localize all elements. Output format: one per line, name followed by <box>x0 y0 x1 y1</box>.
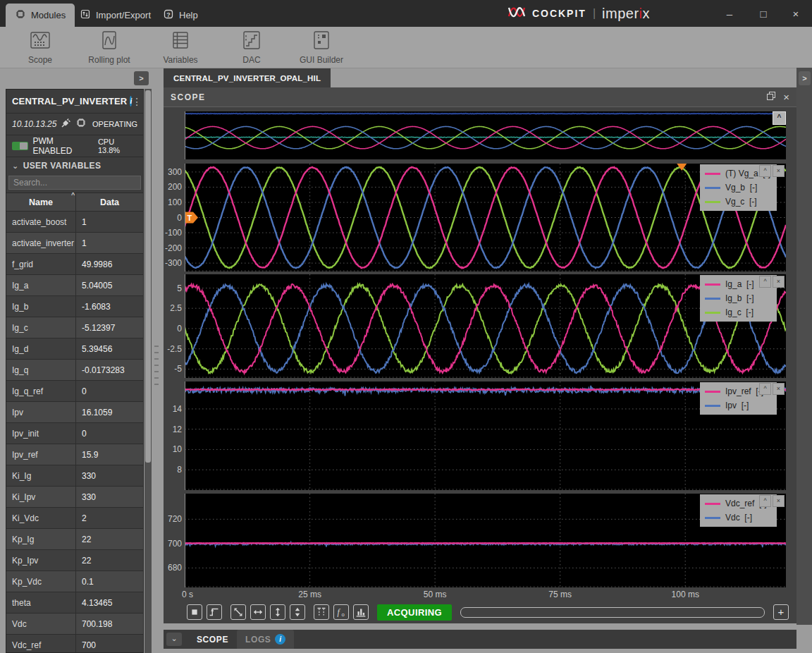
column-header-name[interactable]: Name <box>6 193 76 211</box>
variable-row-Ipv_ref[interactable]: Ipv_ref15.9 <box>6 444 143 465</box>
autoscale-button[interactable] <box>230 604 246 620</box>
scope-plot-ipv[interactable]: Ipv_ref [-]Ipv [-]^× <box>185 382 786 490</box>
plot-close-button[interactable]: × <box>773 495 785 507</box>
pwm-toggle[interactable] <box>12 142 28 150</box>
variable-row-Ki_Ig[interactable]: Ki_Ig330 <box>6 465 143 487</box>
right-panel-expand-button[interactable]: > <box>799 71 811 85</box>
variable-value[interactable]: 330 <box>76 465 143 486</box>
variable-row-Ki_Vdc[interactable]: Ki_Vdc2 <box>6 508 143 529</box>
overview-collapse-button[interactable]: ^ <box>773 111 786 125</box>
variable-value[interactable]: 0 <box>76 381 143 401</box>
histogram-button[interactable] <box>353 604 369 620</box>
minimize-button[interactable]: – <box>718 0 742 27</box>
variables-table-header[interactable]: ^ Name Data <box>6 193 143 212</box>
variable-value[interactable]: 1 <box>76 233 143 253</box>
fit-horizontal-button[interactable] <box>250 604 266 620</box>
variable-row-theta[interactable]: theta4.13465 <box>6 592 143 614</box>
module-variables[interactable]: Variables <box>148 30 213 65</box>
variable-row-Ig_c[interactable]: Ig_c-5.12397 <box>6 317 143 338</box>
legend-item[interactable]: Vg_c [-] <box>705 195 773 209</box>
variable-value[interactable]: 15.9 <box>76 444 143 465</box>
maximize-button[interactable]: □ <box>751 0 775 27</box>
variable-value[interactable]: 22 <box>76 529 143 549</box>
splitter-handle[interactable] <box>154 346 159 386</box>
variable-row-activate_boost[interactable]: activate_boost1 <box>6 212 143 233</box>
variable-value[interactable]: 0.1 <box>76 571 143 592</box>
add-plot-button[interactable]: + <box>773 604 789 620</box>
plot-collapse-button[interactable]: ^ <box>759 165 771 177</box>
menu-tab-modules[interactable]: Modules <box>6 4 75 27</box>
legend-item[interactable]: Vg_b [-] <box>705 181 773 195</box>
scope-plot-ig[interactable]: Ig_a [-]Ig_b [-]Ig_c [-]^× <box>185 274 786 378</box>
plot-collapse-button[interactable]: ^ <box>759 276 771 288</box>
close-button[interactable]: × <box>784 0 808 27</box>
scope-plot-vg[interactable]: T(T) Vg_a [-]Vg_b [-]Vg_c [-]^× <box>185 164 786 271</box>
column-header-data[interactable]: Data <box>76 193 143 211</box>
variable-row-Ki_Ipv[interactable]: Ki_Ipv330 <box>6 487 143 508</box>
time-scrollbar[interactable] <box>460 607 765 618</box>
plot-collapse-button[interactable]: ^ <box>759 495 771 507</box>
variable-value[interactable]: -5.12397 <box>76 317 143 338</box>
variable-row-Ig_q[interactable]: Ig_q-0.0173283 <box>6 360 143 381</box>
variable-value[interactable]: 0 <box>76 423 143 444</box>
scope-plot-overview[interactable]: ^ <box>185 111 786 159</box>
variable-value[interactable]: 49.9986 <box>76 254 143 274</box>
expand-vertical-button[interactable] <box>290 604 305 620</box>
float-panel-icon[interactable] <box>766 91 776 104</box>
menu-tab-import-export[interactable]: Import/Export <box>70 4 160 27</box>
legend-item[interactable]: Ipv [-] <box>705 398 773 413</box>
legend-item[interactable]: Vdc [-] <box>705 511 773 525</box>
variable-row-Vdc_ref[interactable]: Vdc_ref700 <box>6 635 143 653</box>
variable-value[interactable]: 5.04005 <box>76 275 143 295</box>
plot-collapse-button[interactable]: ^ <box>759 383 771 395</box>
menu-tab-help[interactable]: ?Help <box>154 4 207 27</box>
plot-close-button[interactable]: × <box>773 165 785 177</box>
variable-row-Kp_Vdc[interactable]: Kp_Vdc0.1 <box>6 571 143 592</box>
variable-row-Kp_Ipv[interactable]: Kp_Ipv22 <box>6 550 143 571</box>
scrollbar-thumb[interactable] <box>145 90 151 463</box>
variable-row-Ipv[interactable]: Ipv16.1059 <box>6 402 143 423</box>
variable-value[interactable]: 22 <box>76 550 143 570</box>
variable-row-activate_inverter[interactable]: activate_inverter1 <box>6 233 143 254</box>
scope-plot-vdc[interactable]: Vdc_ref [-]Vdc [-]^× <box>185 494 786 587</box>
variable-value[interactable]: 5.39456 <box>76 338 143 359</box>
module-rolling-plot[interactable]: Rolling plot <box>77 30 142 65</box>
fit-vertical-button[interactable] <box>270 604 285 620</box>
cursors-button[interactable] <box>314 604 329 620</box>
plot-close-button[interactable]: × <box>773 383 785 395</box>
variable-row-Kp_Ig[interactable]: Kp_Ig22 <box>6 529 143 550</box>
sidebar-collapse-button[interactable]: > <box>134 71 149 85</box>
bottom-tab-scope[interactable]: SCOPE <box>188 630 237 649</box>
variable-value[interactable]: 700.198 <box>76 614 143 634</box>
sidebar-scrollbar[interactable] <box>144 89 152 653</box>
variable-row-Vdc[interactable]: Vdc700.198 <box>6 614 143 635</box>
trigger-button[interactable] <box>207 604 222 620</box>
fundamental-button[interactable]: fo <box>333 604 349 620</box>
module-gui-builder[interactable]: GUI Builder <box>289 30 354 65</box>
document-tab[interactable]: CENTRAL_PV_INVERTER_OPAL_HIL <box>164 68 331 87</box>
variable-value[interactable]: -0.0173283 <box>76 360 143 380</box>
plot-close-button[interactable]: × <box>773 276 785 288</box>
variable-row-Ig_a[interactable]: Ig_a5.04005 <box>6 275 143 296</box>
logs-info-icon[interactable]: i <box>275 634 285 645</box>
variable-value[interactable]: -1.6083 <box>76 296 143 317</box>
variable-row-f_grid[interactable]: f_grid49.9986 <box>6 254 143 275</box>
variable-value[interactable]: 2 <box>76 508 143 528</box>
search-input[interactable] <box>8 176 141 190</box>
variable-row-Ig_b[interactable]: Ig_b-1.6083 <box>6 296 143 317</box>
variable-value[interactable]: 16.1059 <box>76 402 143 422</box>
variable-row-Ipv_init[interactable]: Ipv_init0 <box>6 423 143 444</box>
stop-button[interactable] <box>187 604 202 620</box>
device-menu-icon[interactable]: ⋮ <box>132 96 142 107</box>
variable-row-Ig_d[interactable]: Ig_d5.39456 <box>6 338 143 360</box>
module-scope[interactable]: Scope <box>8 30 73 65</box>
variable-value[interactable]: 1 <box>76 212 143 232</box>
variable-value[interactable]: 700 <box>76 635 143 653</box>
variable-value[interactable]: 4.13465 <box>76 592 143 613</box>
bottom-collapse-button[interactable]: ⌄ <box>166 633 182 646</box>
variable-value[interactable]: 330 <box>76 487 143 507</box>
legend-item[interactable]: Ig_b [-] <box>705 291 773 305</box>
bottom-tab-logs[interactable]: LOGSi <box>237 630 294 649</box>
legend-item[interactable]: Ig_c [-] <box>705 305 773 319</box>
acquiring-status-badge[interactable]: ACQUIRING <box>377 604 452 621</box>
